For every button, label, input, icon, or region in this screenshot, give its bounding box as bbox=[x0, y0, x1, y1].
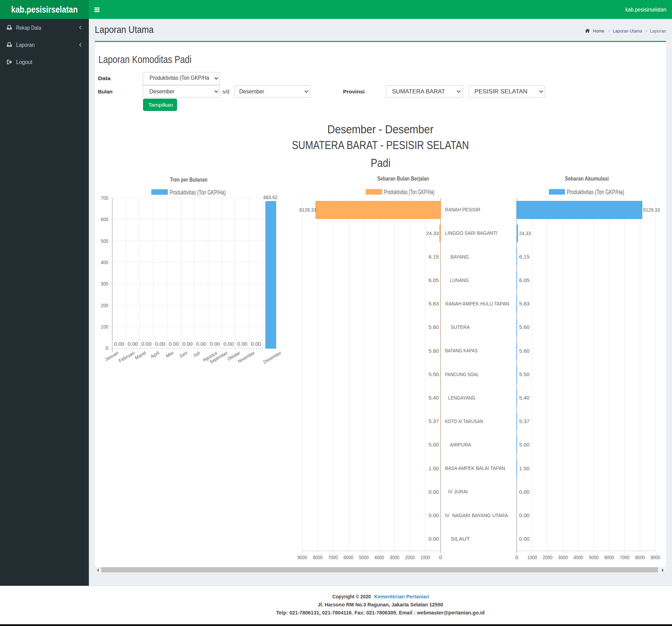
svg-text:6000: 6000 bbox=[344, 554, 353, 560]
svg-text:BAYANG: BAYANG bbox=[451, 254, 469, 260]
svg-text:5.37: 5.37 bbox=[429, 418, 439, 424]
svg-text:6000: 6000 bbox=[604, 554, 614, 560]
svg-text:3000: 3000 bbox=[390, 554, 399, 560]
svg-text:Maret: Maret bbox=[134, 350, 147, 360]
svg-text:5000: 5000 bbox=[359, 554, 369, 560]
svg-text:Mei: Mei bbox=[165, 350, 175, 359]
svg-text:Desember: Desember bbox=[149, 89, 175, 94]
svg-text:Rekap Data: Rekap Data bbox=[16, 25, 41, 31]
svg-text:BASA AMPEK BALAI TAPAN: BASA AMPEK BALAI TAPAN bbox=[445, 465, 505, 471]
svg-text:April: April bbox=[150, 350, 160, 359]
svg-text:Tampilkan: Tampilkan bbox=[148, 102, 173, 108]
svg-text:7000: 7000 bbox=[328, 554, 338, 560]
svg-text:500: 500 bbox=[101, 238, 108, 244]
svg-text:5.60: 5.60 bbox=[519, 348, 530, 354]
svg-text:LUNANG: LUNANG bbox=[450, 277, 469, 283]
svg-text:5.83: 5.83 bbox=[519, 301, 530, 307]
svg-text:8000: 8000 bbox=[635, 554, 645, 560]
svg-text:6.15: 6.15 bbox=[519, 254, 530, 260]
svg-text:Copyright © 2020: Copyright © 2020 bbox=[332, 593, 371, 599]
svg-text:Februari: Februari bbox=[118, 350, 136, 364]
svg-text:Januari: Januari bbox=[104, 350, 119, 362]
svg-text:0.00: 0.00 bbox=[210, 341, 220, 347]
svg-text:Desember - Desember: Desember - Desember bbox=[327, 123, 433, 136]
svg-text:0: 0 bbox=[515, 554, 518, 560]
svg-text:0.00: 0.00 bbox=[224, 341, 234, 347]
svg-text:300: 300 bbox=[101, 281, 108, 287]
svg-text:0.00: 0.00 bbox=[141, 341, 151, 347]
svg-text:Laporan Utama: Laporan Utama bbox=[95, 24, 154, 35]
svg-text:0.00: 0.00 bbox=[429, 536, 439, 542]
svg-text:683.62: 683.62 bbox=[263, 194, 277, 200]
svg-text:Laporan Komoditas Padi: Laporan Komoditas Padi bbox=[99, 54, 192, 65]
svg-text:5.00: 5.00 bbox=[429, 442, 439, 448]
svg-text:RANAH AMPEK HULU TAPAN: RANAH AMPEK HULU TAPAN bbox=[445, 301, 509, 307]
svg-text:5.40: 5.40 bbox=[519, 395, 530, 401]
svg-text:4000: 4000 bbox=[573, 554, 583, 560]
svg-text:>: > bbox=[645, 28, 648, 34]
svg-text:November: November bbox=[237, 350, 256, 364]
svg-text:0.00: 0.00 bbox=[155, 341, 165, 347]
svg-text:200: 200 bbox=[101, 303, 108, 308]
svg-text:IV NAGARI BAYANG UTARA: IV NAGARI BAYANG UTARA bbox=[445, 512, 508, 518]
svg-text:SUMATERA BARAT - PESISIR SELAT: SUMATERA BARAT - PESISIR SELATAN bbox=[292, 139, 469, 152]
svg-text:8000: 8000 bbox=[313, 554, 323, 560]
svg-text:s/d: s/d bbox=[222, 89, 229, 94]
svg-text:5.50: 5.50 bbox=[429, 371, 439, 377]
svg-text:Data: Data bbox=[98, 75, 111, 81]
svg-text:0.00: 0.00 bbox=[519, 512, 530, 518]
svg-text:24.33: 24.33 bbox=[519, 230, 531, 236]
svg-text:Sebaran Akumulasi: Sebaran Akumulasi bbox=[565, 175, 609, 182]
svg-text:5.37: 5.37 bbox=[519, 418, 530, 424]
svg-text:0.00: 0.00 bbox=[251, 341, 261, 347]
svg-text:5.60: 5.60 bbox=[429, 324, 439, 330]
svg-text:kab.pesisirselatan: kab.pesisirselatan bbox=[625, 7, 666, 13]
svg-text:0.00: 0.00 bbox=[429, 489, 439, 495]
svg-text:400: 400 bbox=[101, 260, 108, 265]
svg-text:9000: 9000 bbox=[297, 554, 307, 560]
svg-text:LINGGO SARI BAGANTI: LINGGO SARI BAGANTI bbox=[445, 230, 497, 236]
svg-text:6.15: 6.15 bbox=[429, 254, 439, 260]
svg-text:Jl. Harsono RM No.3 Ragunan, J: Jl. Harsono RM No.3 Ragunan, Jakarta Sel… bbox=[318, 602, 443, 607]
svg-text:Telp: 021-7806131, 021-7804116: Telp: 021-7806131, 021-7804116. Fax: 021… bbox=[276, 610, 485, 616]
svg-text:5.60: 5.60 bbox=[429, 348, 439, 354]
svg-text:Provinsi: Provinsi bbox=[343, 89, 365, 94]
svg-text:Sebaran Bulan Berjalan: Sebaran Bulan Berjalan bbox=[377, 175, 429, 182]
svg-text:2000: 2000 bbox=[405, 554, 415, 560]
svg-text:Tren per Bulanan: Tren per Bulanan bbox=[170, 176, 207, 183]
svg-text:24.33: 24.33 bbox=[426, 230, 439, 236]
svg-text:Produktivitas (Ton GKP/Ha: Produktivitas (Ton GKP/Ha bbox=[150, 75, 209, 81]
svg-text:0.00: 0.00 bbox=[128, 341, 138, 347]
svg-text:0.00: 0.00 bbox=[182, 341, 192, 347]
svg-text:Juli: Juli bbox=[192, 350, 201, 358]
svg-text:0.00: 0.00 bbox=[519, 489, 530, 495]
svg-text:5.00: 5.00 bbox=[519, 442, 530, 448]
svg-text:RANAH PESISIR: RANAH PESISIR bbox=[445, 206, 480, 212]
svg-text:Produktivitas (Ton GKP/Ha): Produktivitas (Ton GKP/Ha) bbox=[170, 189, 226, 196]
svg-text:5.50: 5.50 bbox=[519, 371, 530, 377]
svg-text:SUMATERA BARAT: SUMATERA BARAT bbox=[392, 89, 445, 94]
svg-text:Laporan: Laporan bbox=[16, 42, 35, 48]
svg-text:Juni: Juni bbox=[178, 350, 188, 359]
svg-text:0.00: 0.00 bbox=[196, 341, 206, 347]
svg-text:SILAUT: SILAUT bbox=[451, 536, 470, 542]
svg-text:5.83: 5.83 bbox=[429, 301, 439, 307]
svg-text:5.40: 5.40 bbox=[429, 395, 439, 401]
svg-text:5.60: 5.60 bbox=[519, 324, 530, 330]
svg-text:0.00: 0.00 bbox=[519, 536, 530, 542]
svg-text:BATANG KAPAS: BATANG KAPAS bbox=[445, 347, 478, 353]
svg-text:5000: 5000 bbox=[589, 554, 599, 560]
svg-text:Laporan: Laporan bbox=[650, 28, 666, 34]
svg-text:1000: 1000 bbox=[527, 554, 537, 560]
svg-text:Bulan: Bulan bbox=[98, 89, 113, 94]
svg-text:1.50: 1.50 bbox=[429, 465, 439, 471]
svg-text:0.00: 0.00 bbox=[429, 512, 439, 518]
svg-text:2000: 2000 bbox=[543, 554, 552, 560]
svg-text:0: 0 bbox=[106, 345, 108, 351]
svg-text:Produktivitas (Ton GKP/Ha): Produktivitas (Ton GKP/Ha) bbox=[567, 188, 624, 196]
svg-text:0.00: 0.00 bbox=[237, 341, 247, 347]
svg-text:Laporan Utama: Laporan Utama bbox=[613, 28, 642, 34]
svg-text:PESISIR SELATAN: PESISIR SELATAN bbox=[474, 89, 528, 94]
svg-text:KOTO XI TARUSAN: KOTO XI TARUSAN bbox=[445, 418, 483, 424]
svg-text:3000: 3000 bbox=[558, 554, 568, 560]
